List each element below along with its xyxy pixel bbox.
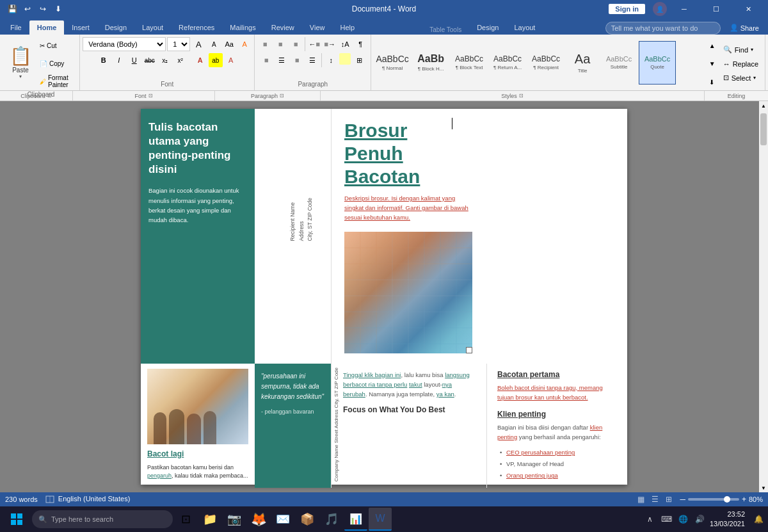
- styles-scroll-up[interactable]: ▲: [709, 42, 716, 49]
- font-expand[interactable]: ⊡: [148, 93, 153, 99]
- sign-in-button[interactable]: Sign in: [609, 4, 645, 14]
- font-size-select[interactable]: 11: [167, 37, 190, 51]
- styles-scroll-down[interactable]: ▼: [709, 60, 716, 67]
- tab-layout[interactable]: Layout: [134, 20, 171, 35]
- minimize-button[interactable]: ─: [669, 0, 699, 18]
- user-avatar[interactable]: 👤: [653, 2, 667, 16]
- style-block-text[interactable]: AaBbCc ¶ Block Text: [451, 41, 488, 85]
- text-highlight-btn[interactable]: A: [237, 37, 252, 51]
- close-button[interactable]: ✕: [733, 0, 763, 18]
- network-icon[interactable]: 🌐: [676, 508, 691, 531]
- copy-button[interactable]: 📄 Copy: [37, 55, 76, 72]
- style-normal[interactable]: AaBbCc ¶ Normal: [374, 41, 411, 85]
- start-button[interactable]: [3, 508, 31, 531]
- show-para-btn[interactable]: ¶: [353, 37, 367, 51]
- subscript-button[interactable]: x₂: [158, 53, 172, 67]
- bold-button[interactable]: B: [97, 53, 111, 67]
- scroll-down-btn[interactable]: ▼: [759, 483, 768, 492]
- styles-expand[interactable]: ⊡: [519, 93, 524, 99]
- keyboard-icon[interactable]: ⌨: [660, 508, 674, 531]
- zoom-slider[interactable]: [688, 498, 739, 501]
- styles-more[interactable]: ⬇: [709, 79, 716, 86]
- shading-btn[interactable]: [339, 53, 351, 65]
- volume-icon[interactable]: 🔊: [693, 508, 707, 531]
- style-block-h[interactable]: AaBb ¶ Block H...: [412, 41, 449, 85]
- style-quote[interactable]: AaBbCc Quote: [639, 41, 676, 85]
- scroll-thumb[interactable]: [760, 113, 767, 145]
- align-center-btn[interactable]: ☰: [275, 53, 289, 67]
- tab-file[interactable]: File: [3, 20, 29, 35]
- decrease-font-btn[interactable]: A: [207, 37, 221, 51]
- tray-chevron[interactable]: ∧: [643, 508, 657, 531]
- paste-button[interactable]: 📋 Paste ▾: [6, 45, 35, 82]
- scroll-track[interactable]: [759, 110, 768, 483]
- tab-mailings[interactable]: Mailings: [222, 20, 263, 35]
- borders-btn[interactable]: ⊞: [352, 53, 366, 67]
- tab-view[interactable]: View: [302, 20, 333, 35]
- superscript-button[interactable]: x²: [173, 53, 188, 67]
- font-bg-btn[interactable]: A: [224, 53, 238, 67]
- style-return[interactable]: AaBbCc ¶ Return A...: [489, 41, 526, 85]
- tab-review[interactable]: Review: [264, 20, 302, 35]
- clear-format-btn[interactable]: Aa: [222, 37, 236, 51]
- restore-button[interactable]: ☐: [701, 0, 731, 18]
- justify-btn[interactable]: ☰: [305, 53, 319, 67]
- style-subtitle[interactable]: AaBbCc Subtitle: [600, 41, 637, 85]
- notifications-icon[interactable]: 🔔: [751, 508, 765, 531]
- scroll-up-btn[interactable]: ▲: [759, 101, 768, 110]
- outline-layout-icon[interactable]: ⊞: [663, 494, 675, 505]
- style-recipient[interactable]: AaBbCc ¶ Recipient: [527, 41, 564, 85]
- taskbar-powerpoint[interactable]: 📊: [344, 508, 367, 531]
- zoom-thumb[interactable]: [724, 496, 730, 503]
- tab-table-design[interactable]: Design: [469, 20, 506, 35]
- paste-dropdown[interactable]: ▾: [19, 74, 22, 79]
- save-quick-btn[interactable]: 💾: [5, 2, 19, 16]
- strikethrough-button[interactable]: abc: [143, 53, 157, 67]
- tab-references[interactable]: References: [171, 20, 222, 35]
- bacot-lagi-link[interactable]: Bacot lagi: [147, 449, 248, 458]
- tab-home[interactable]: Home: [29, 20, 65, 35]
- zoom-out-btn[interactable]: ─: [680, 495, 685, 504]
- numbered-btn[interactable]: ≡: [273, 37, 287, 51]
- align-right-btn[interactable]: ≡: [290, 53, 304, 67]
- tab-help[interactable]: Help: [332, 20, 362, 35]
- share-button[interactable]: 👤 Share: [723, 21, 765, 35]
- increase-indent-btn[interactable]: ≡→: [323, 37, 337, 51]
- task-view-btn[interactable]: ⊡: [174, 508, 197, 531]
- tab-insert[interactable]: Insert: [64, 20, 97, 35]
- find-button[interactable]: 🔍 Find▾: [719, 43, 757, 57]
- tab-design[interactable]: Design: [97, 20, 134, 35]
- print-layout-icon[interactable]: ▦: [635, 494, 646, 505]
- tab-table-layout[interactable]: Layout: [506, 20, 543, 35]
- style-contact[interactable]: AaBbCc ¶ Contact...: [374, 86, 411, 87]
- select-button[interactable]: ⊡ Select▾: [719, 71, 760, 85]
- tell-me-input[interactable]: [605, 22, 721, 35]
- paragraph-expand[interactable]: ⊡: [280, 93, 284, 99]
- resize-handle[interactable]: [466, 347, 472, 353]
- taskbar-firefox[interactable]: 🦊: [247, 508, 270, 531]
- style-title[interactable]: Aa Title: [566, 41, 599, 85]
- taskbar-music[interactable]: 🎵: [320, 508, 343, 531]
- multilevel-btn[interactable]: ≡: [289, 37, 303, 51]
- bullets-btn[interactable]: ≡: [258, 37, 272, 51]
- taskbar-store[interactable]: 📦: [296, 508, 319, 531]
- redo-btn[interactable]: ↪: [36, 2, 50, 16]
- vertical-scrollbar[interactable]: ▲ ▼: [759, 101, 768, 492]
- clipboard-expand[interactable]: ⊡: [47, 93, 52, 99]
- taskbar-search[interactable]: 🔍 Type here to search: [32, 510, 173, 528]
- text-highlight-btn2[interactable]: ab: [209, 53, 223, 67]
- taskbar-explorer[interactable]: 📁: [198, 508, 221, 531]
- align-left-btn[interactable]: ≡: [259, 53, 273, 67]
- line-spacing-btn[interactable]: ↕: [324, 53, 338, 67]
- italic-button[interactable]: I: [112, 53, 126, 67]
- taskbar-mail[interactable]: ✉️: [271, 508, 294, 531]
- cut-button[interactable]: ✂ Cut: [37, 37, 76, 54]
- increase-font-btn[interactable]: A: [191, 37, 205, 51]
- zoom-in-btn[interactable]: +: [742, 495, 746, 504]
- more-quick-btn[interactable]: ⬇: [51, 2, 65, 16]
- web-layout-icon[interactable]: ☰: [649, 494, 660, 505]
- replace-button[interactable]: ↔ Replace: [719, 57, 762, 71]
- taskbar-photos[interactable]: 📷: [223, 508, 246, 531]
- decrease-indent-btn[interactable]: ←≡: [307, 37, 321, 51]
- format-painter-button[interactable]: 🖌 Format Painter: [37, 73, 76, 90]
